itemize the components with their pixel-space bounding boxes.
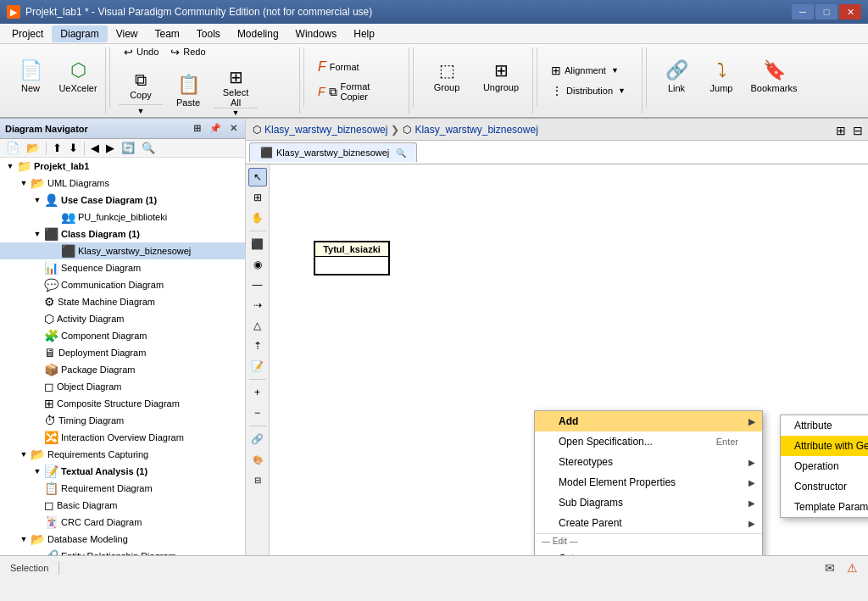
nav-pin-btn[interactable]: 📌 xyxy=(207,122,224,135)
status-warning-btn[interactable]: ⚠ xyxy=(843,559,861,576)
zoom-in-tool[interactable]: + xyxy=(248,383,267,402)
expander-class[interactable]: ▼ xyxy=(31,225,44,242)
tree-item-sequence[interactable]: 📊 Sequence Diagram xyxy=(0,259,245,276)
breadcrumb-1[interactable]: Klasy_warstwy_biznesowej xyxy=(264,124,387,136)
tree-item-crc[interactable]: 🃏 CRC Card Diagram xyxy=(0,514,245,531)
menu-windows[interactable]: Windows xyxy=(287,25,346,42)
ctx-sub-diagrams[interactable]: Sub Diagrams ▶ xyxy=(535,492,762,513)
nav-close-btn[interactable]: ✕ xyxy=(227,122,240,135)
alignment-button[interactable]: ⊞ Alignment ▼ xyxy=(546,62,624,79)
tree-item-interaction[interactable]: 🔀 Interaction Overview Diagram xyxy=(0,429,245,446)
ctx-cut[interactable]: ✂ Cut xyxy=(535,548,762,555)
tree-item-projekt[interactable]: ▼ 📁 Projekt_lab1 xyxy=(0,158,245,175)
expander-db[interactable]: ▼ xyxy=(17,531,31,548)
link-button[interactable]: 🔗 Link xyxy=(655,49,698,103)
tree-item-composite[interactable]: ⊞ Composite Structure Diagram xyxy=(0,395,245,412)
interface-tool[interactable]: ◉ xyxy=(248,255,267,274)
tree-item-deployment[interactable]: 🖥 Deployment Diagram xyxy=(0,344,245,361)
minimize-button[interactable]: ─ xyxy=(792,4,814,19)
class-tool[interactable]: ⬛ xyxy=(248,235,267,253)
copy-dropdown-arrow[interactable]: ▼ xyxy=(119,104,163,118)
menu-view[interactable]: View xyxy=(108,25,147,42)
tree-item-uml[interactable]: ▼ 📂 UML Diagrams xyxy=(0,175,245,192)
expander-usecase[interactable]: ▼ xyxy=(31,192,44,209)
expander-textual[interactable]: ▼ xyxy=(31,463,44,480)
zoom-out-tool[interactable]: − xyxy=(248,403,267,422)
menu-modeling[interactable]: Modeling xyxy=(229,25,287,42)
nav-new-btn[interactable]: 📄 xyxy=(3,141,22,155)
realization-tool[interactable]: ⇡ xyxy=(248,337,267,355)
menu-diagram[interactable]: Diagram xyxy=(52,25,107,42)
nav-up-btn[interactable]: ⬆ xyxy=(50,141,64,155)
redo-button[interactable]: ↪ Redo xyxy=(165,44,210,60)
status-email-btn[interactable]: ✉ xyxy=(821,559,839,576)
sub-constructor[interactable]: Constructor xyxy=(781,476,868,497)
nav-forward-btn[interactable]: ▶ xyxy=(103,141,117,155)
distribution-button[interactable]: ⋮ Distribution ▼ xyxy=(546,82,631,99)
jump-button[interactable]: ⤵ Jump xyxy=(701,49,742,103)
tree-item-entity[interactable]: 🔗 Entity Relationship Diagram xyxy=(0,548,245,555)
expander-req[interactable]: ▼ xyxy=(17,446,31,463)
bookmarks-button[interactable]: 🔖 Bookmarks xyxy=(745,49,803,103)
ctx-open-spec[interactable]: Open Specification... Enter xyxy=(535,431,762,452)
maximize-button[interactable]: □ xyxy=(815,4,837,19)
color-tool[interactable]: 🎨 xyxy=(248,450,267,469)
menu-tools[interactable]: Tools xyxy=(188,25,229,42)
fit-view-btn[interactable]: ⊟ xyxy=(851,122,865,139)
sub-operation[interactable]: Operation Alt+Shift+O xyxy=(781,456,868,476)
nav-back-btn[interactable]: ◀ xyxy=(88,141,102,155)
grid-view-btn[interactable]: ⊞ xyxy=(834,122,848,139)
nav-search-btn[interactable]: 🔍 xyxy=(139,141,158,155)
note-tool[interactable]: 📝 xyxy=(248,357,267,376)
tree-item-reqdiag[interactable]: 📋 Requirement Diagram xyxy=(0,480,245,497)
menu-help[interactable]: Help xyxy=(345,25,383,42)
nav-expand-btn[interactable]: ⊞ xyxy=(191,122,203,135)
ctx-add[interactable]: Add ▶ xyxy=(535,411,762,431)
tree-item-statemachine[interactable]: ⚙ State Machine Diagram xyxy=(0,293,245,310)
sub-template-param[interactable]: Template Parameter xyxy=(781,497,868,517)
tree-item-object[interactable]: ◻ Object Diagram xyxy=(0,378,245,395)
undo-button[interactable]: ↩ Undo xyxy=(119,44,164,60)
tree-item-basic[interactable]: ◻ Basic Diagram xyxy=(0,497,245,514)
menu-team[interactable]: Team xyxy=(147,25,188,42)
paste-button[interactable]: 📋 Paste xyxy=(166,64,210,118)
new-button[interactable]: 📄 New xyxy=(8,49,53,103)
tree-item-db[interactable]: ▼ 📂 Database Modeling xyxy=(0,531,245,548)
tree-item-pu[interactable]: 👥 PU_funkcje_biblioteki xyxy=(0,209,245,225)
menu-project[interactable]: Project xyxy=(3,25,52,42)
format-copier-button[interactable]: F ⧉ Format Copier xyxy=(313,80,403,103)
ctx-stereotypes[interactable]: Stereotypes ▶ xyxy=(535,452,762,472)
ctx-model-props[interactable]: Model Element Properties ▶ xyxy=(535,472,762,492)
nav-refresh-btn[interactable]: 🔄 xyxy=(119,141,137,155)
tree-item-usecase[interactable]: ▼ 👤 Use Case Diagram (1) xyxy=(0,192,245,209)
tree-item-communication[interactable]: 💬 Communication Diagram xyxy=(0,276,245,293)
uexceler-button[interactable]: ⬡ UeXceler xyxy=(56,49,100,103)
generalization-tool[interactable]: △ xyxy=(248,316,267,335)
select-all-button[interactable]: ⊞ SelectAll ▼ xyxy=(214,64,258,118)
hand-tool[interactable]: ✋ xyxy=(248,209,267,227)
expander-projekt[interactable]: ▼ xyxy=(3,158,17,175)
canvas-area[interactable]: ↖ ⊞ ✋ ⬛ ◉ — ⇢ △ ⇡ 📝 + − 🔗 🎨 ⊟ xyxy=(246,164,868,555)
dependency-tool[interactable]: ⇢ xyxy=(248,296,267,314)
tree-item-package[interactable]: 📦 Package Diagram xyxy=(0,361,245,378)
copy-button[interactable]: ⧉ Copy ▼ xyxy=(119,64,163,118)
format-button[interactable]: F Format xyxy=(313,58,381,76)
link-tool[interactable]: 🔗 xyxy=(248,430,267,448)
tree-item-class[interactable]: ▼ ⬛ Class Diagram (1) xyxy=(0,225,245,242)
diagram-tab-klasy[interactable]: ⬛ Klasy_warstwy_biznesowej 🔍 xyxy=(249,142,417,162)
tree-item-component[interactable]: 🧩 Component Diagram xyxy=(0,327,245,344)
ungroup-button[interactable]: ⊞ Ungroup xyxy=(475,49,527,103)
sub-attribute-getter-setter[interactable]: Attribute with Getter and Setter xyxy=(781,436,868,456)
uml-class-element[interactable]: Tytul_ksiazki xyxy=(314,241,390,275)
expander-uml[interactable]: ▼ xyxy=(17,175,31,192)
tree-item-req[interactable]: ▼ 📂 Requirements Capturing xyxy=(0,446,245,463)
group-button[interactable]: ⬚ Group xyxy=(422,49,471,103)
association-tool[interactable]: — xyxy=(248,275,267,294)
tree-item-textual[interactable]: ▼ 📝 Textual Analysis (1) xyxy=(0,463,245,480)
layout-tool[interactable]: ⊟ xyxy=(248,470,267,489)
tree-item-klasy[interactable]: ⬛ Klasy_warstwy_biznesowej xyxy=(0,242,245,259)
breadcrumb-2[interactable]: Klasy_warstwy_biznesowej xyxy=(415,124,537,136)
select-dropdown-arrow[interactable]: ▼ xyxy=(214,108,258,118)
nav-folder-btn[interactable]: 📂 xyxy=(24,141,42,155)
ctx-create-parent[interactable]: Create Parent ▶ xyxy=(535,513,762,533)
